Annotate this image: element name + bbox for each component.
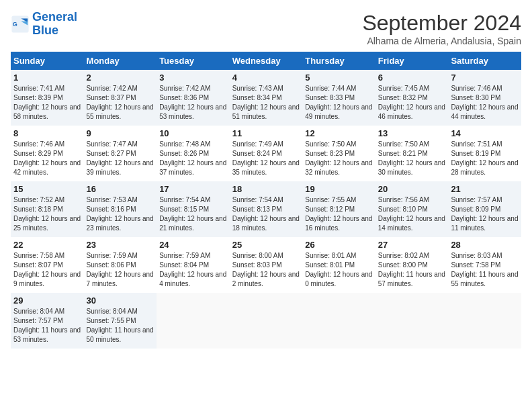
- calendar-cell: 15 Sunrise: 7:52 AM Sunset: 8:18 PM Dayl…: [11, 181, 84, 237]
- calendar-body: 1 Sunrise: 7:41 AM Sunset: 8:39 PM Dayli…: [11, 70, 521, 349]
- calendar-cell: 20 Sunrise: 7:56 AM Sunset: 8:10 PM Dayl…: [375, 181, 449, 237]
- day-number: 13: [378, 128, 446, 138]
- day-info: Sunrise: 8:02 AM Sunset: 8:00 PM Dayligh…: [378, 251, 446, 289]
- calendar-cell: [230, 293, 303, 349]
- header-row: Sunday Monday Tuesday Wednesday Thursday…: [11, 52, 521, 70]
- svg-text:G: G: [13, 21, 17, 28]
- col-wednesday: Wednesday: [230, 52, 303, 70]
- day-info: Sunrise: 7:58 AM Sunset: 8:07 PM Dayligh…: [13, 251, 81, 289]
- calendar-week-row: 1 Sunrise: 7:41 AM Sunset: 8:39 PM Dayli…: [11, 70, 521, 126]
- day-number: 7: [451, 73, 519, 83]
- calendar-cell: 10 Sunrise: 7:48 AM Sunset: 8:26 PM Dayl…: [157, 126, 230, 181]
- calendar-cell: 28 Sunrise: 8:03 AM Sunset: 7:58 PM Dayl…: [448, 237, 521, 293]
- day-info: Sunrise: 7:48 AM Sunset: 8:26 PM Dayligh…: [159, 140, 227, 177]
- day-info: Sunrise: 7:49 AM Sunset: 8:24 PM Dayligh…: [232, 140, 300, 177]
- day-number: 27: [378, 240, 446, 250]
- calendar-cell: 13 Sunrise: 7:50 AM Sunset: 8:21 PM Dayl…: [375, 126, 449, 181]
- day-info: Sunrise: 7:53 AM Sunset: 8:16 PM Dayligh…: [87, 195, 154, 233]
- calendar-cell: 5 Sunrise: 7:44 AM Sunset: 8:33 PM Dayli…: [302, 70, 375, 126]
- day-number: 21: [451, 184, 519, 194]
- calendar-cell: 24 Sunrise: 7:59 AM Sunset: 8:04 PM Dayl…: [157, 237, 230, 293]
- day-number: 3: [159, 73, 227, 83]
- calendar-cell: 29 Sunrise: 8:04 AM Sunset: 7:57 PM Dayl…: [11, 293, 84, 349]
- day-number: 9: [87, 128, 154, 138]
- calendar-week-row: 22 Sunrise: 7:58 AM Sunset: 8:07 PM Dayl…: [11, 237, 521, 293]
- day-number: 14: [451, 128, 519, 138]
- calendar-cell: 16 Sunrise: 7:53 AM Sunset: 8:16 PM Dayl…: [84, 181, 157, 237]
- day-number: 15: [13, 184, 81, 194]
- day-info: Sunrise: 7:59 AM Sunset: 8:04 PM Dayligh…: [159, 251, 227, 289]
- day-number: 16: [87, 184, 154, 194]
- calendar-cell: 3 Sunrise: 7:42 AM Sunset: 8:36 PM Dayli…: [157, 70, 230, 126]
- calendar-header: Sunday Monday Tuesday Wednesday Thursday…: [11, 52, 521, 70]
- day-info: Sunrise: 7:43 AM Sunset: 8:34 PM Dayligh…: [232, 84, 300, 122]
- calendar-cell: 21 Sunrise: 7:57 AM Sunset: 8:09 PM Dayl…: [448, 181, 521, 237]
- day-info: Sunrise: 7:42 AM Sunset: 8:36 PM Dayligh…: [159, 84, 227, 122]
- day-number: 17: [159, 184, 227, 194]
- calendar-week-row: 8 Sunrise: 7:46 AM Sunset: 8:29 PM Dayli…: [11, 126, 521, 181]
- day-number: 28: [451, 240, 519, 250]
- day-number: 12: [305, 128, 373, 138]
- col-thursday: Thursday: [302, 52, 375, 70]
- day-info: Sunrise: 8:03 AM Sunset: 7:58 PM Dayligh…: [451, 251, 519, 289]
- day-number: 20: [378, 184, 446, 194]
- page-header: G General Blue September 2024 Alhama de …: [11, 11, 521, 46]
- day-number: 26: [305, 240, 373, 250]
- day-info: Sunrise: 7:50 AM Sunset: 8:23 PM Dayligh…: [305, 140, 373, 177]
- month-title: September 2024: [362, 11, 521, 36]
- calendar-cell: 23 Sunrise: 7:59 AM Sunset: 8:06 PM Dayl…: [84, 237, 157, 293]
- logo-line2: Blue: [32, 24, 58, 37]
- col-saturday: Saturday: [448, 52, 521, 70]
- logo-icon: G: [11, 15, 30, 34]
- day-info: Sunrise: 8:01 AM Sunset: 8:01 PM Dayligh…: [305, 251, 373, 289]
- day-info: Sunrise: 8:04 AM Sunset: 7:55 PM Dayligh…: [87, 307, 154, 345]
- day-number: 24: [159, 240, 227, 250]
- col-friday: Friday: [375, 52, 449, 70]
- day-info: Sunrise: 7:51 AM Sunset: 8:19 PM Dayligh…: [451, 140, 519, 177]
- day-number: 18: [232, 184, 300, 194]
- calendar-cell: 27 Sunrise: 8:02 AM Sunset: 8:00 PM Dayl…: [375, 237, 449, 293]
- day-info: Sunrise: 8:04 AM Sunset: 7:57 PM Dayligh…: [13, 307, 81, 345]
- day-number: 30: [87, 295, 154, 306]
- calendar-cell: 17 Sunrise: 7:54 AM Sunset: 8:15 PM Dayl…: [157, 181, 230, 237]
- day-number: 25: [232, 240, 300, 250]
- logo-line1: General: [32, 10, 77, 24]
- day-number: 6: [378, 73, 446, 83]
- calendar-cell: [375, 293, 449, 349]
- day-info: Sunrise: 7:54 AM Sunset: 8:13 PM Dayligh…: [232, 195, 300, 233]
- day-number: 4: [232, 73, 300, 83]
- title-block: September 2024 Alhama de Almeria, Andalu…: [362, 11, 521, 46]
- day-info: Sunrise: 7:57 AM Sunset: 8:09 PM Dayligh…: [451, 195, 519, 233]
- day-info: Sunrise: 7:56 AM Sunset: 8:10 PM Dayligh…: [378, 195, 446, 233]
- logo: G General Blue: [11, 11, 77, 38]
- calendar-cell: 22 Sunrise: 7:58 AM Sunset: 8:07 PM Dayl…: [11, 237, 84, 293]
- day-info: Sunrise: 7:50 AM Sunset: 8:21 PM Dayligh…: [378, 140, 446, 177]
- day-info: Sunrise: 7:54 AM Sunset: 8:15 PM Dayligh…: [159, 195, 227, 233]
- day-info: Sunrise: 7:46 AM Sunset: 8:29 PM Dayligh…: [13, 140, 81, 177]
- col-monday: Monday: [84, 52, 157, 70]
- calendar-cell: 2 Sunrise: 7:42 AM Sunset: 8:37 PM Dayli…: [84, 70, 157, 126]
- day-number: 22: [13, 240, 81, 250]
- day-info: Sunrise: 8:00 AM Sunset: 8:03 PM Dayligh…: [232, 251, 300, 289]
- calendar-cell: 1 Sunrise: 7:41 AM Sunset: 8:39 PM Dayli…: [11, 70, 84, 126]
- calendar-cell: 18 Sunrise: 7:54 AM Sunset: 8:13 PM Dayl…: [230, 181, 303, 237]
- day-number: 8: [13, 128, 81, 138]
- calendar-cell: [448, 293, 521, 349]
- day-number: 29: [13, 295, 81, 306]
- col-tuesday: Tuesday: [157, 52, 230, 70]
- calendar-week-row: 15 Sunrise: 7:52 AM Sunset: 8:18 PM Dayl…: [11, 181, 521, 237]
- day-info: Sunrise: 7:42 AM Sunset: 8:37 PM Dayligh…: [87, 84, 154, 122]
- calendar-cell: 25 Sunrise: 8:00 AM Sunset: 8:03 PM Dayl…: [230, 237, 303, 293]
- day-info: Sunrise: 7:45 AM Sunset: 8:32 PM Dayligh…: [378, 84, 446, 122]
- day-number: 2: [87, 73, 154, 83]
- calendar-table: Sunday Monday Tuesday Wednesday Thursday…: [11, 52, 521, 349]
- calendar-cell: 9 Sunrise: 7:47 AM Sunset: 8:27 PM Dayli…: [84, 126, 157, 181]
- calendar-cell: [157, 293, 230, 349]
- calendar-cell: 30 Sunrise: 8:04 AM Sunset: 7:55 PM Dayl…: [84, 293, 157, 349]
- calendar-cell: [302, 293, 375, 349]
- day-info: Sunrise: 7:59 AM Sunset: 8:06 PM Dayligh…: [87, 251, 154, 289]
- calendar-cell: 6 Sunrise: 7:45 AM Sunset: 8:32 PM Dayli…: [375, 70, 449, 126]
- calendar-cell: 14 Sunrise: 7:51 AM Sunset: 8:19 PM Dayl…: [448, 126, 521, 181]
- day-info: Sunrise: 7:41 AM Sunset: 8:39 PM Dayligh…: [13, 84, 81, 122]
- calendar-cell: 12 Sunrise: 7:50 AM Sunset: 8:23 PM Dayl…: [302, 126, 375, 181]
